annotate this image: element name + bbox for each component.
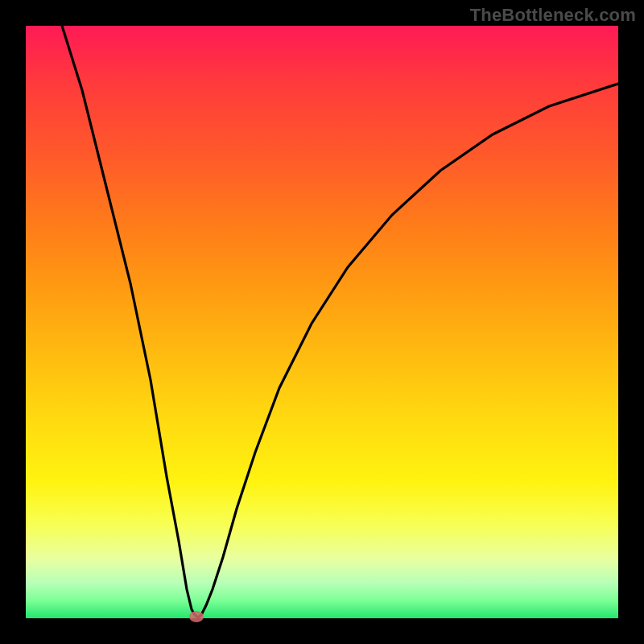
chart-outer-frame: TheBottleneck.com	[0, 0, 644, 644]
bottleneck-curve	[26, 26, 618, 618]
watermark-text: TheBottleneck.com	[470, 5, 636, 26]
plot-area	[26, 26, 618, 618]
optimum-marker	[189, 611, 204, 622]
